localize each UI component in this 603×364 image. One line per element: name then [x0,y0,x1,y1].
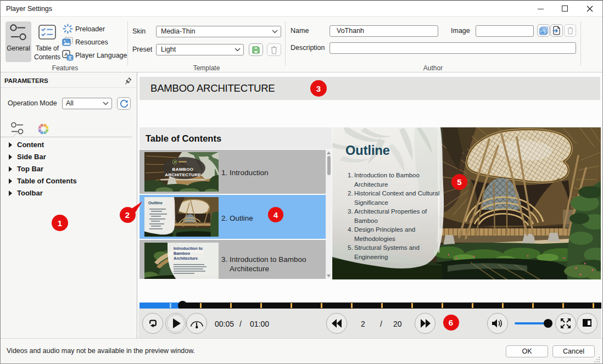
svg-text:Introduction to: Introduction to [174,246,203,251]
svg-text:文: 文 [68,55,72,60]
svg-text:Architecture: Architecture [354,181,388,188]
svg-text:Bamboo: Bamboo [174,251,190,256]
svg-text:Design Principles and: Design Principles and [354,226,415,233]
svg-text:Engineering: Engineering [354,254,388,260]
svg-text:Methodologies: Methodologies [354,236,395,242]
svg-text:Outline: Outline [345,143,390,158]
svg-text:4.: 4. [348,226,353,233]
svg-text:Bamboo: Bamboo [354,217,378,224]
svg-text:3.: 3. [348,208,353,215]
svg-text:ARCHITECTURE: ARCHITECTURE [165,172,201,177]
svg-text:Architectural Properties of: Architectural Properties of [354,208,427,215]
svg-text:Significance: Significance [354,199,388,206]
svg-text:Architecture: Architecture [174,256,198,261]
svg-text:Introduction to Bamboo: Introduction to Bamboo [354,172,420,178]
svg-text:5.: 5. [348,244,353,251]
svg-text:2.: 2. [348,190,353,197]
svg-text:Historical Context and Cultura: Historical Context and Cultural [354,190,439,197]
svg-text:Outline: Outline [148,200,163,205]
svg-text:Structural Systems and: Structural Systems and [354,244,420,251]
svg-text:BAMBOO: BAMBOO [172,167,194,172]
svg-text:1.: 1. [348,172,353,178]
